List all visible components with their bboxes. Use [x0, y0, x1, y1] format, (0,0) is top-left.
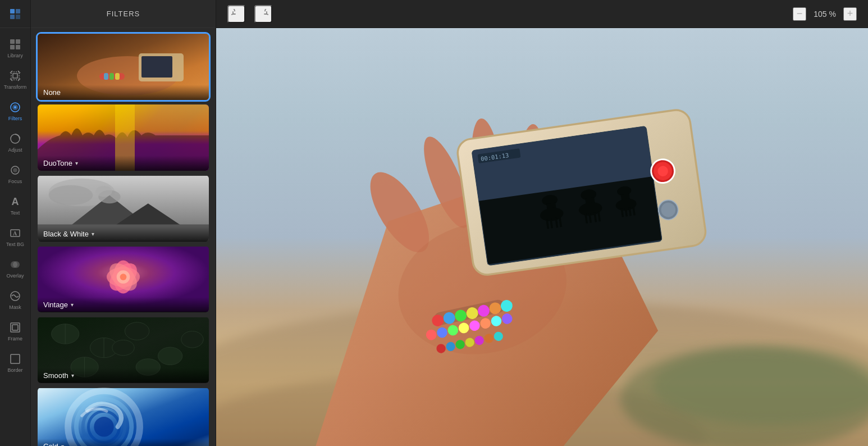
sidebar-item-filters[interactable]: Filters: [0, 95, 30, 127]
svg-point-56: [112, 340, 134, 356]
zoom-out-button[interactable]: −: [793, 7, 806, 21]
top-toolbar: − 105 % +: [216, 0, 868, 28]
svg-point-34: [49, 185, 93, 205]
canvas-area: 00:01:13: [216, 28, 868, 446]
filter-vintage-label: Vintage ▾: [38, 297, 209, 312]
mask-icon: [9, 290, 21, 302]
filter-smooth-label: Smooth ▾: [38, 368, 209, 383]
main-content: − 105 % +: [216, 0, 868, 446]
svg-point-44: [120, 274, 127, 280]
sidebar-item-overlay[interactable]: Overlay: [0, 253, 30, 284]
filter-vintage[interactable]: Vintage ▾: [38, 246, 209, 312]
sidebar-item-label-filters: Filters: [8, 116, 22, 121]
overlay-icon: [9, 258, 21, 271]
undo-button[interactable]: [227, 5, 245, 23]
filter-bw-label: Black & White ▾: [38, 226, 209, 242]
svg-rect-25: [141, 56, 172, 78]
sidebar-item-label-border: Border: [7, 367, 22, 373]
filters-title: FILTERS: [107, 10, 140, 18]
svg-rect-6: [10, 45, 15, 49]
svg-point-62: [94, 417, 113, 436]
svg-point-17: [13, 261, 20, 268]
redo-button[interactable]: [254, 5, 272, 23]
svg-rect-5: [16, 39, 20, 44]
svg-rect-1: [16, 9, 20, 13]
svg-rect-28: [109, 73, 114, 80]
svg-rect-29: [115, 73, 120, 80]
filter-duotone-label: DuoTone ▾: [38, 156, 209, 171]
filter-smooth[interactable]: Smooth ▾: [38, 317, 209, 383]
svg-rect-7: [16, 45, 20, 49]
filters-icon: [9, 101, 21, 113]
sidebar-item-transform[interactable]: Transform: [0, 64, 30, 95]
svg-rect-21: [11, 354, 20, 363]
sidebar-item-label-transform: Transform: [4, 84, 27, 90]
filter-bw[interactable]: Black & White ▾: [38, 175, 209, 242]
filter-none[interactable]: None: [38, 34, 209, 100]
chevron-down-icon-bw: ▾: [92, 231, 94, 237]
svg-rect-20: [12, 325, 18, 330]
logo: [0, 0, 30, 28]
filter-cold[interactable]: Cold ▾: [38, 388, 209, 446]
filter-duotone[interactable]: DuoTone ▾: [38, 104, 209, 171]
sidebar-item-library[interactable]: Library: [0, 33, 30, 64]
main-photo: 00:01:13: [216, 28, 868, 446]
frame-icon: [9, 321, 21, 334]
svg-point-54: [181, 331, 203, 348]
zoom-value: 105 %: [811, 10, 839, 19]
filters-header: FILTERS: [31, 0, 216, 28]
svg-point-37: [95, 186, 112, 197]
border-icon: [9, 353, 21, 365]
sidebar-item-label-textbg: Text BG: [6, 242, 24, 247]
sidebar-item-label-overlay: Overlay: [6, 273, 24, 279]
filter-cold-thumb: [38, 388, 209, 446]
chevron-down-icon-vintage: ▾: [71, 302, 74, 308]
svg-point-13: [13, 169, 17, 172]
sidebar-item-mask[interactable]: Mask: [0, 284, 30, 316]
sidebar-item-label-frame: Frame: [8, 336, 22, 342]
focus-icon: [9, 164, 21, 176]
chevron-down-icon-cold: ▾: [61, 443, 64, 446]
textbg-icon: A: [9, 227, 21, 239]
svg-rect-27: [104, 73, 108, 80]
icon-sidebar: Library Transform Filters: [0, 0, 31, 446]
sidebar-item-label-adjust: Adjust: [8, 147, 22, 153]
library-icon: [9, 38, 21, 51]
sidebar-item-label-library: Library: [7, 53, 23, 58]
sidebar-item-text[interactable]: A Text: [0, 190, 30, 221]
filter-cold-label: Cold ▾: [38, 439, 209, 446]
chevron-down-icon-smooth: ▾: [71, 372, 74, 379]
svg-point-52: [125, 322, 149, 340]
sidebar-item-adjust[interactable]: Adjust: [0, 127, 30, 158]
chevron-down-icon: ▾: [75, 160, 78, 166]
sidebar-item-label-mask: Mask: [9, 304, 21, 310]
svg-rect-3: [16, 15, 20, 19]
svg-point-10: [14, 106, 16, 108]
sidebar-item-label-text: Text: [11, 210, 20, 216]
svg-rect-0: [10, 9, 15, 13]
svg-point-53: [158, 347, 182, 365]
sidebar-item-frame[interactable]: Frame: [0, 316, 30, 347]
zoom-controls: − 105 % +: [793, 7, 857, 21]
sidebar-item-border[interactable]: Border: [0, 347, 30, 379]
svg-text:A: A: [13, 230, 17, 236]
filter-none-label: None: [38, 85, 209, 100]
sidebar-item-textbg[interactable]: A Text BG: [0, 221, 30, 253]
filters-list: None: [31, 28, 216, 446]
adjust-icon: [9, 133, 21, 145]
text-icon: A: [9, 195, 21, 208]
sidebar-item-label-focus: Focus: [8, 179, 22, 184]
svg-rect-4: [10, 39, 15, 44]
svg-rect-2: [10, 15, 15, 19]
zoom-in-button[interactable]: +: [843, 7, 857, 21]
sidebar-item-focus[interactable]: Focus: [0, 158, 30, 190]
transform-icon: [9, 70, 21, 82]
filters-panel: FILTERS: [31, 0, 216, 446]
